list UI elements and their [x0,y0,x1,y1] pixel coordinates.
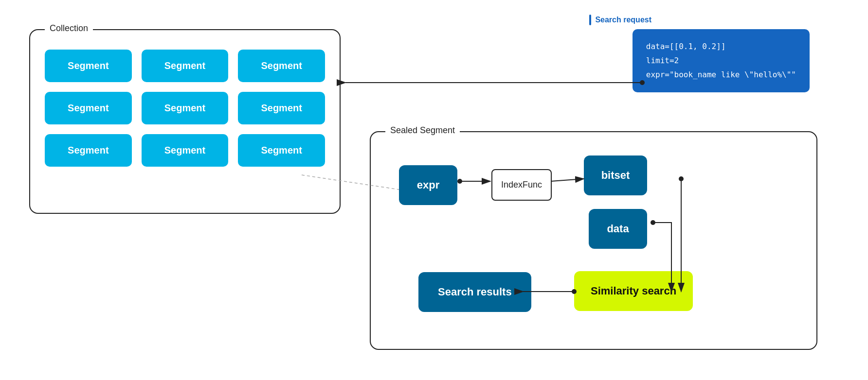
segment-9: Segment [238,134,325,167]
segment-2: Segment [142,50,229,82]
segment-3: Segment [238,50,325,82]
collection-box: Collection Segment Segment Segment Segme… [29,29,341,214]
search-request-line-2: limit=2 [646,54,796,68]
segment-6: Segment [238,92,325,124]
segment-5: Segment [142,92,229,124]
diagram-container: Collection Segment Segment Segment Segme… [0,0,868,380]
segment-grid: Segment Segment Segment Segment Segment … [45,50,325,167]
search-results-button: Search results [418,272,531,312]
segment-1: Segment [45,50,132,82]
collection-label: Collection [45,23,93,34]
data-button: data [589,209,647,249]
search-request-box: data=[[0.1, 0.2]] limit=2 expr="book_nam… [633,29,810,92]
search-request-line-3: expr="book_name like \"hello%\"" [646,68,796,82]
segment-8: Segment [142,134,229,167]
index-func-button: IndexFunc [491,169,552,201]
bitset-button: bitset [584,155,647,195]
sealed-segment-label: Sealed Segment [385,125,460,136]
segment-4: Segment [45,92,132,124]
search-request-label: Search request [589,15,651,25]
expr-button: expr [399,165,457,205]
search-request-line-1: data=[[0.1, 0.2]] [646,40,796,54]
similarity-search-button: Similarity search [574,271,693,311]
segment-7: Segment [45,134,132,167]
